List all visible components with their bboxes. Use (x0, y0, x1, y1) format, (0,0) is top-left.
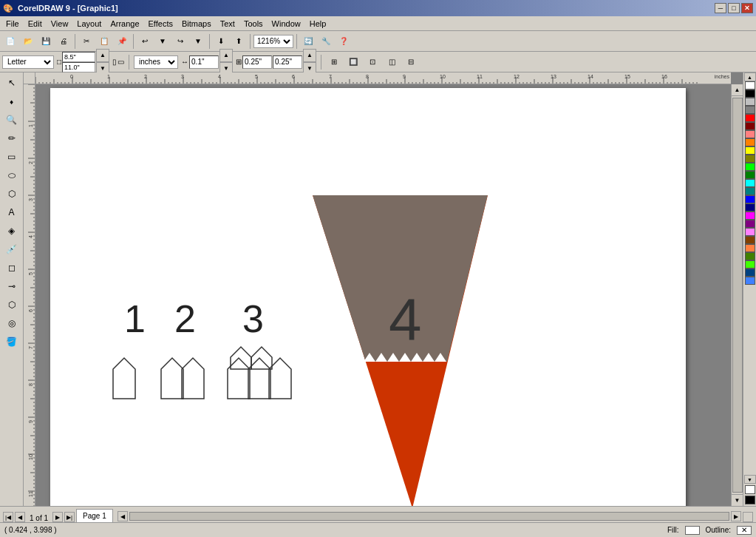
color-swatch-14[interactable] (745, 195, 755, 203)
hscroll-thumb[interactable] (129, 512, 729, 521)
horizontal-scrollbar[interactable]: ◀ ▶ (118, 510, 741, 522)
redo-list-button[interactable]: ▼ (190, 33, 206, 50)
nudge-input[interactable] (189, 55, 219, 69)
color-swatch-15[interactable] (745, 203, 755, 212)
menu-item-tools[interactable]: Tools (239, 18, 268, 30)
menu-item-edit[interactable]: Edit (24, 18, 47, 30)
tool2-button[interactable]: ❓ (336, 33, 352, 50)
scroll-thumb[interactable] (732, 98, 743, 493)
color-swatch-13[interactable] (745, 187, 755, 195)
hscroll-left[interactable]: ◀ (118, 511, 128, 521)
redo-button[interactable]: ↪ (172, 33, 188, 50)
minimize-button[interactable]: ─ (715, 3, 726, 13)
snap3-button[interactable]: ◫ (384, 54, 400, 70)
maximize-button[interactable]: □ (728, 3, 740, 13)
color-swatch-3[interactable] (745, 106, 755, 114)
vertical-scrollbar[interactable]: ▲ ▼ (731, 84, 743, 506)
color-swatch-18[interactable] (745, 228, 755, 236)
width-up-button[interactable]: ▲ (96, 49, 109, 62)
white-swatch[interactable] (745, 485, 755, 494)
print-button[interactable]: 🖨 (55, 33, 72, 50)
page-size-select[interactable]: Letter (2, 55, 54, 69)
black-swatch[interactable] (745, 496, 755, 504)
page-first-button[interactable]: |◀ (3, 512, 13, 522)
menu-item-file[interactable]: File (1, 18, 24, 30)
rectangle-tool[interactable]: ▭ (2, 148, 21, 166)
menu-item-window[interactable]: Window (268, 18, 305, 30)
fill-tool[interactable]: ◈ (2, 222, 21, 240)
new-button[interactable]: 📄 (2, 33, 18, 50)
save-button[interactable]: 💾 (38, 33, 54, 50)
color-swatch-21[interactable] (745, 252, 755, 260)
zoom-dropdown[interactable]: 1216% (253, 35, 293, 48)
select-tool[interactable]: ↖ (2, 74, 21, 92)
color-swatch-20[interactable] (745, 244, 755, 252)
eyedropper-tool[interactable]: 💉 (2, 240, 21, 258)
copy-button[interactable]: 📋 (96, 33, 112, 50)
snap-y-input[interactable] (273, 55, 302, 69)
freehand-tool[interactable]: ✏ (2, 129, 21, 147)
orient-landscape[interactable]: ▭ (118, 58, 124, 66)
menu-item-effects[interactable]: Effects (144, 18, 177, 30)
export-button[interactable]: ⬆ (231, 33, 247, 50)
blend-tool[interactable]: ⊸ (2, 277, 21, 295)
color-swatch-6[interactable] (745, 130, 755, 138)
page-last-button[interactable]: ▶| (64, 512, 75, 522)
canvas-area[interactable]: inches 1 2 (24, 72, 743, 506)
grid-button[interactable]: ⊞ (326, 54, 342, 70)
refresh-button[interactable]: 🔄 (300, 33, 316, 50)
text-tool[interactable]: A (2, 203, 21, 221)
page-height-input[interactable] (62, 62, 95, 72)
import-button[interactable]: ⬇ (213, 33, 229, 50)
page-tab-1[interactable]: Page 1 (76, 509, 113, 522)
palette-scroll-down[interactable]: ▼ (744, 475, 756, 484)
interactive-fill[interactable]: 🪣 (2, 333, 21, 351)
zoom-tool[interactable]: 🔍 (2, 111, 21, 129)
orient-portrait[interactable]: ▯ (112, 58, 117, 66)
contour-tool[interactable]: ◎ (2, 314, 21, 332)
page-width-input[interactable] (62, 52, 95, 62)
color-swatch-8[interactable] (745, 146, 755, 155)
menu-item-help[interactable]: Help (305, 18, 331, 30)
scroll-up-button[interactable]: ▲ (732, 84, 743, 96)
ellipse-tool[interactable]: ⬭ (2, 166, 21, 184)
scroll-down-button[interactable]: ▼ (732, 494, 743, 506)
snap-x-input[interactable] (242, 55, 272, 69)
color-swatch-10[interactable] (745, 163, 755, 171)
close-button[interactable]: ✕ (741, 3, 753, 13)
color-swatch-11[interactable] (745, 171, 755, 179)
cut-button[interactable]: ✂ (78, 33, 95, 50)
outline-tool[interactable]: ◻ (2, 259, 21, 277)
units-select[interactable]: inches (134, 55, 178, 69)
canvas-inner[interactable]: 1 2 3 (35, 84, 743, 506)
color-swatch-22[interactable] (745, 260, 755, 268)
menu-item-text[interactable]: Text (216, 18, 239, 30)
hscroll-right[interactable]: ▶ (731, 511, 741, 521)
open-button[interactable]: 📂 (20, 33, 36, 50)
menu-item-bitmaps[interactable]: Bitmaps (177, 18, 216, 30)
color-swatch-4[interactable] (745, 114, 755, 122)
color-swatch-23[interactable] (745, 268, 755, 277)
color-swatch-12[interactable] (745, 179, 755, 187)
nudge-up[interactable]: ▲ (219, 49, 233, 62)
color-swatch-2[interactable] (745, 98, 755, 106)
undo-list-button[interactable]: ▼ (154, 33, 171, 50)
extrude-tool[interactable]: ⬡ (2, 296, 21, 314)
snap4-button[interactable]: ⊟ (403, 54, 419, 70)
snap2-button[interactable]: ⊡ (364, 54, 381, 70)
undo-button[interactable]: ↩ (137, 33, 153, 50)
color-swatch-16[interactable] (745, 212, 755, 220)
snap-button[interactable]: 🔲 (345, 54, 361, 70)
color-swatch-1[interactable] (745, 90, 755, 98)
page-prev-button[interactable]: ◀ (15, 512, 25, 522)
color-swatch-5[interactable] (745, 122, 755, 130)
paste-button[interactable]: 📌 (114, 33, 130, 50)
menu-item-layout[interactable]: Layout (72, 18, 106, 30)
shape-tool[interactable]: ⬧ (2, 92, 21, 110)
snap-up[interactable]: ▲ (303, 49, 316, 62)
color-swatch-24[interactable] (745, 277, 755, 285)
page-next-button[interactable]: ▶ (52, 512, 63, 522)
color-swatch-17[interactable] (745, 220, 755, 228)
color-swatch-0[interactable] (745, 81, 755, 90)
polygon-tool[interactable]: ⬡ (2, 185, 21, 203)
